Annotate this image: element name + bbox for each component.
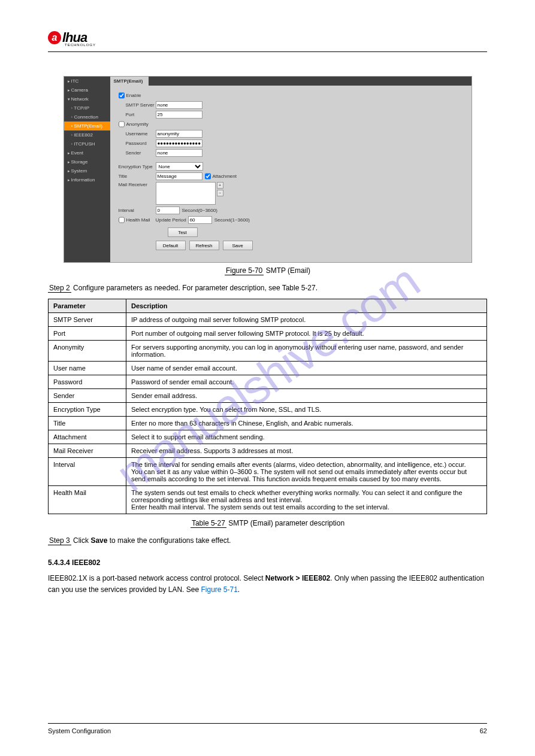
smtp-server-input[interactable] [156, 101, 202, 109]
sidebar-item-system[interactable]: System [64, 166, 110, 175]
sidebar-item-itc[interactable]: ITC [64, 77, 110, 86]
table-row: PasswordPassword of sender email account… [49, 375, 487, 389]
step-3-text: Step 3 Click Save to make the configurat… [48, 536, 487, 545]
logo-subtext: TECHNOLOGY [65, 43, 487, 47]
health-mail-checkbox[interactable] [119, 216, 125, 224]
sidebar-item-tcpip[interactable]: TCP/IP [64, 104, 110, 113]
attachment-label: Attachment [213, 174, 237, 179]
sidebar-item-storage[interactable]: Storage [64, 157, 110, 166]
table-row: SenderSender email address. [49, 389, 487, 403]
encryption-select[interactable]: None [156, 162, 203, 171]
sidebar-item-connection[interactable]: Connection [64, 113, 110, 122]
mail-receiver-label: Mail Receiver [119, 182, 156, 187]
default-button[interactable]: Default [156, 241, 186, 250]
sender-label: Sender [119, 150, 156, 156]
interval-input[interactable] [156, 207, 180, 214]
receiver-add-button[interactable]: + [217, 182, 223, 189]
mail-receiver-textarea[interactable] [156, 182, 216, 205]
table-row: User nameUser name of sender email accou… [49, 362, 487, 375]
body-paragraph: IEEE802.1X is a port-based network acces… [48, 573, 487, 596]
username-label: Username [119, 131, 156, 136]
brand-logo: a lhua TECHNOLOGY [48, 30, 487, 47]
figure-caption: Figure 5-70 SMTP (Email) [48, 266, 487, 275]
enable-checkbox[interactable] [119, 92, 125, 99]
password-label: Password [119, 141, 156, 146]
port-input[interactable] [156, 111, 202, 119]
table-row: PortPort number of outgoing mail server … [49, 327, 487, 341]
page-footer: System Configuration 62 [48, 723, 487, 734]
encryption-label: Encryption Type [119, 164, 156, 169]
table-row: SMTP ServerIP address of outgoing mail s… [49, 313, 487, 327]
table-row: Health MailThe system sends out test ema… [49, 486, 487, 514]
section-heading: 5.4.3.4 IEEE802 [48, 558, 487, 567]
port-label: Port [119, 112, 156, 117]
footer-page-number: 62 [480, 727, 487, 734]
attachment-checkbox[interactable] [205, 172, 211, 180]
footer-section: System Configuration [48, 727, 111, 734]
update-period-label: Update Period [156, 217, 186, 223]
enable-label: Enable [126, 93, 141, 98]
update-period-input[interactable] [188, 216, 212, 224]
nav-sidebar: ITC Camera Network TCP/IP Connection › S… [64, 77, 110, 262]
password-input[interactable] [156, 139, 202, 147]
table-row: Mail ReceiverReceiver email address. Sup… [49, 444, 487, 458]
save-button[interactable]: Save [223, 241, 253, 250]
table-row: IntervalThe time interval for sending em… [49, 458, 487, 486]
parameters-table: Parameter Description SMTP ServerIP addr… [48, 299, 487, 514]
sidebar-item-event[interactable]: Event [64, 148, 110, 157]
table-caption: Table 5-27 SMTP (Email) parameter descri… [48, 519, 487, 528]
username-input[interactable] [156, 130, 202, 138]
test-button[interactable]: Test [168, 227, 198, 237]
smtp-server-label: SMTP Server [119, 102, 156, 108]
smtp-screenshot: ITC Camera Network TCP/IP Connection › S… [64, 76, 472, 263]
logo-icon-a: a [48, 31, 61, 44]
sidebar-item-smtp[interactable]: › SMTP(Email) [64, 122, 110, 130]
sidebar-item-itcpush[interactable]: ITCPUSH [64, 139, 110, 148]
table-row: AttachmentSelect it to support email att… [49, 430, 487, 444]
receiver-remove-button[interactable]: − [217, 190, 223, 196]
table-row: TitleEnter no more than 63 characters in… [49, 417, 487, 430]
interval-label: Interval [119, 208, 156, 213]
table-header-parameter: Parameter [49, 299, 126, 313]
main-pane: SMTP(Email) Enable SMTP Server Port Ano [110, 77, 471, 262]
table-row: Encryption TypeSelect encryption type. Y… [49, 403, 487, 417]
sidebar-item-information[interactable]: Information [64, 175, 110, 184]
tab-smtp-email[interactable]: SMTP(Email) [110, 77, 149, 86]
smtp-form: Enable SMTP Server Port Anonymity Userna… [110, 86, 471, 262]
title-label: Title [119, 174, 156, 179]
title-input[interactable] [156, 172, 202, 180]
sidebar-item-camera[interactable]: Camera [64, 86, 110, 95]
step-2-text: Step 2 Configure parameters as needed. F… [48, 284, 487, 293]
anonymity-checkbox[interactable] [119, 120, 125, 128]
sidebar-item-ieee802[interactable]: IEEE802 [64, 130, 110, 139]
interval-hint: Second(0~3600) [182, 208, 217, 213]
sender-input[interactable] [156, 149, 202, 157]
update-period-hint: Second(1~3600) [214, 217, 250, 223]
sidebar-item-network[interactable]: Network [64, 95, 110, 104]
tab-bar: SMTP(Email) [110, 77, 471, 86]
table-row: AnonymityFor servers supporting anonymit… [49, 341, 487, 362]
refresh-button[interactable]: Refresh [189, 241, 219, 250]
table-header-description: Description [126, 299, 487, 313]
header-divider [48, 51, 487, 52]
figure-link[interactable]: Figure 5-71 [201, 585, 237, 594]
health-mail-label: Health Mail [126, 217, 156, 223]
anonymity-label: Anonymity [126, 122, 149, 127]
